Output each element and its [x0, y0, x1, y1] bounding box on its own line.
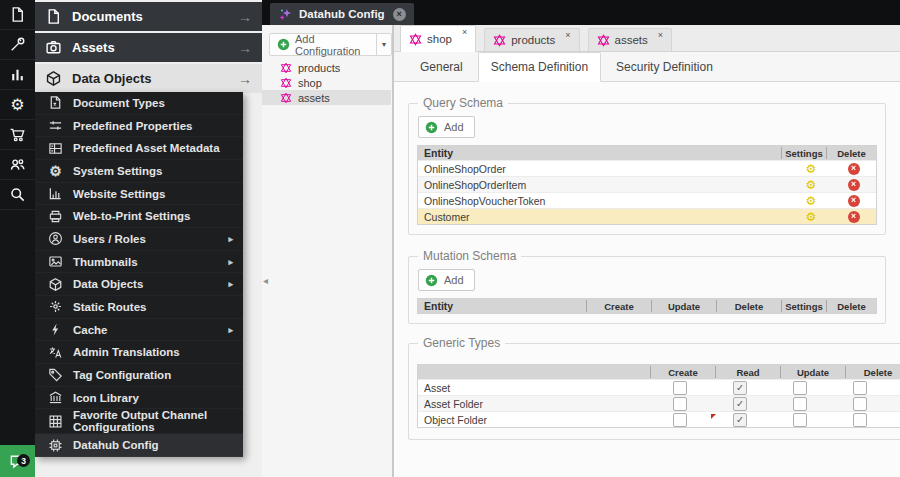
table-row[interactable]: Customer⚙×	[418, 208, 876, 224]
tree-item-assets[interactable]: assets	[262, 90, 391, 105]
create-checkbox[interactable]	[673, 413, 687, 427]
search-icon	[9, 186, 26, 203]
menu-item-users-roles[interactable]: Users / Roles▸	[35, 228, 243, 251]
close-icon[interactable]: ×	[565, 31, 570, 40]
settings-gear-icon[interactable]: ⚙	[806, 195, 817, 207]
table-row[interactable]: OnlineShopOrderItem⚙×	[418, 176, 876, 192]
menu-item-tag-configuration[interactable]: Tag Configuration	[35, 364, 243, 387]
column-header-delete: Delete	[716, 300, 781, 312]
entity-cell: Customer	[418, 211, 791, 223]
plus-circle-icon	[425, 274, 438, 287]
route-icon	[48, 299, 63, 314]
delete-checkbox[interactable]	[853, 413, 867, 427]
rail-item-users[interactable]	[0, 150, 35, 180]
printer-icon	[48, 209, 63, 224]
close-icon[interactable]: ×	[393, 8, 406, 21]
window-tab-datahub-config[interactable]: Datahub Config ×	[270, 3, 414, 25]
close-icon[interactable]: ×	[462, 28, 467, 37]
tree-item-label: shop	[298, 77, 322, 89]
close-icon[interactable]: ×	[658, 31, 663, 40]
datahub-config-panel: ◂ Add Configuration ▾ productsshopassets	[262, 25, 393, 477]
add-configuration-button[interactable]: Add Configuration ▾	[269, 33, 392, 56]
sparkle-icon	[278, 7, 293, 22]
collapse-panel-handle[interactable]: ◂	[263, 275, 268, 286]
read-checkbox[interactable]: ✓	[733, 397, 747, 411]
read-checkbox[interactable]: ✓	[733, 413, 747, 427]
delete-checkbox[interactable]	[853, 381, 867, 395]
users-icon	[9, 156, 26, 173]
menu-item-cache[interactable]: Cache▸	[35, 319, 243, 342]
query-schema-add-button[interactable]: Add	[418, 116, 475, 138]
editor-tab-products[interactable]: products×	[484, 28, 579, 51]
settings-gear-icon[interactable]: ⚙	[806, 211, 817, 223]
settings-gear-icon[interactable]: ⚙	[806, 179, 817, 191]
rail-item-file[interactable]	[0, 0, 35, 30]
notifications-button[interactable]: 3	[0, 445, 35, 477]
graphql-icon	[409, 33, 422, 46]
tree-item-shop[interactable]: shop	[262, 75, 391, 90]
table-header-row: EntityCreateUpdateDeleteSettingsDelete	[418, 299, 876, 313]
table-row[interactable]: OnlineShopVoucherToken⚙×	[418, 192, 876, 208]
menu-item-system-settings[interactable]: ⚙System Settings	[35, 160, 243, 183]
table-row[interactable]: Asset✓	[418, 379, 900, 395]
read-checkbox[interactable]: ✓	[733, 381, 747, 395]
table-row[interactable]: Object Folder✓	[418, 411, 900, 427]
rail-item-gear[interactable]: ⚙	[0, 90, 35, 120]
menu-item-data-objects[interactable]: Data Objects▸	[35, 273, 243, 296]
rail-item-bar-chart[interactable]	[0, 60, 35, 90]
accordion-header-documents[interactable]: Documents→	[35, 2, 262, 31]
update-checkbox[interactable]	[793, 397, 807, 411]
menu-item-admin-translations[interactable]: Admin Translations	[35, 341, 243, 364]
subtab-schema-definition[interactable]: Schema Definition	[478, 52, 601, 82]
menu-item-web-to-print-settings[interactable]: Web-to-Print Settings	[35, 205, 243, 228]
accordion-header-assets[interactable]: Assets→	[35, 33, 262, 62]
menu-item-label: System Settings	[73, 165, 162, 177]
menu-item-predefined-asset-metadata[interactable]: Predefined Asset Metadata	[35, 137, 243, 160]
update-checkbox[interactable]	[793, 413, 807, 427]
editor-tab-assets[interactable]: assets×	[588, 28, 673, 51]
menu-item-label: Datahub Config	[73, 439, 159, 451]
create-cell	[650, 413, 710, 427]
accordion-header-data-objects[interactable]: Data Objects→	[35, 64, 262, 93]
table-row[interactable]: OnlineShopOrder⚙×	[418, 160, 876, 176]
menu-item-predefined-properties[interactable]: Predefined Properties	[35, 115, 243, 138]
delete-checkbox[interactable]	[853, 397, 867, 411]
plus-circle-icon	[277, 38, 290, 51]
chevron-right-icon: ▸	[228, 325, 233, 335]
create-checkbox[interactable]	[673, 381, 687, 395]
create-checkbox[interactable]	[673, 397, 687, 411]
subtab-security-definition[interactable]: Security Definition	[604, 52, 725, 81]
entity-cell: OnlineShopOrderItem	[418, 179, 791, 191]
menu-item-thumbnails[interactable]: Thumbnails▸	[35, 251, 243, 274]
menu-item-icon-library[interactable]: Icon Library	[35, 387, 243, 410]
menu-item-document-types[interactable]: Document Types	[35, 92, 243, 115]
window-tab-label: Datahub Config	[299, 8, 385, 20]
menu-item-static-routes[interactable]: Static Routes	[35, 296, 243, 319]
mutation-schema-add-button[interactable]: Add	[418, 269, 475, 291]
delete-icon[interactable]: ×	[848, 179, 860, 191]
sliders-icon	[48, 118, 63, 133]
editor-tab-shop[interactable]: shop×	[400, 25, 476, 52]
icon-rail: ⚙	[0, 0, 35, 445]
update-checkbox[interactable]	[793, 381, 807, 395]
settings-gear-icon[interactable]: ⚙	[806, 163, 817, 175]
delete-cell: ×	[831, 179, 876, 191]
rail-item-wrench[interactable]	[0, 30, 35, 60]
column-header-create: Create	[650, 366, 715, 378]
subtab-general[interactable]: General	[408, 52, 475, 81]
delete-icon[interactable]: ×	[848, 211, 860, 223]
menu-item-favorite-output-channel-configurations[interactable]: Favorite Output Channel Configurations	[35, 409, 243, 434]
entity-cell: OnlineShopOrder	[418, 163, 791, 175]
delete-icon[interactable]: ×	[848, 195, 860, 207]
generic-types-table: CreateReadUpdateDeleteAsset✓Asset Folder…	[417, 364, 900, 428]
delete-cell: ×	[831, 195, 876, 207]
rail-item-cart[interactable]	[0, 120, 35, 150]
tree-item-products[interactable]: products	[262, 60, 391, 75]
query-schema-fieldset: Query Schema Add EntitySettingsDeleteOnl…	[408, 96, 886, 235]
table-row[interactable]: Asset Folder✓	[418, 395, 900, 411]
add-configuration-dropdown[interactable]: ▾	[376, 34, 391, 55]
delete-icon[interactable]: ×	[848, 163, 860, 175]
rail-item-search[interactable]	[0, 180, 35, 210]
menu-item-website-settings[interactable]: Website Settings	[35, 183, 243, 206]
menu-item-datahub-config[interactable]: Datahub Config	[35, 434, 243, 457]
